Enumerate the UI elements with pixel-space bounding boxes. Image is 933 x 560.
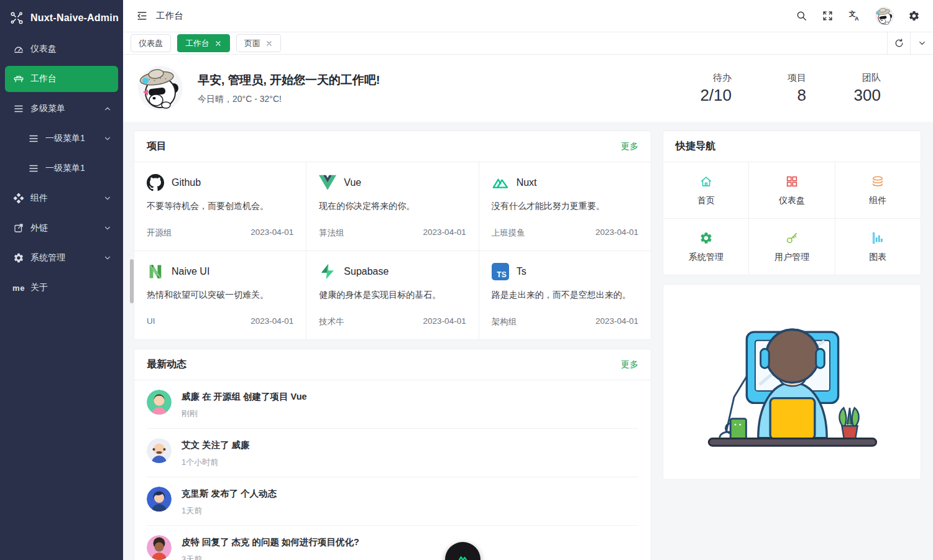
project-item-nuxt[interactable]: Nuxt 没有什么才能比努力更重要。 上班摸鱼 2023-04-01 bbox=[479, 162, 651, 250]
avatar bbox=[147, 535, 172, 560]
tab-workbench[interactable]: 工作台 bbox=[177, 34, 230, 52]
project-name: Supabase bbox=[344, 266, 388, 277]
quick-nav-home[interactable]: 首页 bbox=[663, 162, 748, 218]
sidebar-item-label: 关于 bbox=[30, 282, 112, 293]
activity-text: 威廉 在 开源组 创建了项目 Vue bbox=[182, 391, 307, 403]
project-name: Github bbox=[172, 177, 201, 188]
grid-icon bbox=[785, 175, 799, 188]
project-item-ts[interactable]: TS Ts 路是走出来的，而不是空想出来的。 架构组 2023-04-01 bbox=[479, 251, 651, 339]
chevron-down-icon bbox=[103, 134, 112, 143]
workspace-illustration bbox=[696, 306, 888, 458]
quick-nav-charts[interactable]: 图表 bbox=[835, 219, 921, 275]
quick-nav-title: 快捷导航 bbox=[676, 140, 715, 153]
project-date: 2023-04-01 bbox=[250, 227, 293, 239]
scrollbar-thumb[interactable] bbox=[130, 259, 134, 303]
translate-icon[interactable]: 文 A bbox=[848, 9, 861, 22]
sidebar-item-label: 一级菜单1 bbox=[45, 163, 112, 174]
activity-text: 艾文 关注了 威廉 bbox=[182, 439, 250, 451]
sidebar-item-external-link[interactable]: 外链 bbox=[5, 215, 118, 241]
app-title: Nuxt-Naive-Admin bbox=[30, 12, 119, 24]
sidebar-item-workbench[interactable]: 工作台 bbox=[5, 66, 118, 92]
logo-icon bbox=[9, 11, 24, 25]
sidebar-item-system[interactable]: 系统管理 bbox=[5, 245, 118, 271]
chevron-up-icon bbox=[103, 104, 112, 113]
project-group: 架构组 bbox=[492, 316, 517, 328]
nuxt-icon bbox=[492, 174, 509, 191]
close-icon[interactable] bbox=[265, 40, 273, 47]
project-name: Ts bbox=[517, 266, 526, 277]
typescript-icon: TS bbox=[492, 263, 509, 280]
greeting-stats: 待办 2/10 项目 8 团队 300 bbox=[696, 72, 918, 105]
settings-gear-icon[interactable] bbox=[908, 10, 920, 22]
activity-item[interactable]: 克里斯 发布了 个人动态 1天前 bbox=[147, 477, 638, 526]
project-desc: 没有什么才能比努力更重要。 bbox=[492, 201, 638, 212]
avatar bbox=[147, 390, 172, 415]
sidebar-item-label: 外链 bbox=[30, 223, 103, 234]
activity-item[interactable]: 皮特 回复了 杰克 的问题 如何进行项目优化? 3天前 bbox=[147, 526, 638, 560]
sidebar-menu: 仪表盘 工作台 多级菜单 一级菜单1 bbox=[0, 36, 123, 301]
sidebar-item-multimenu[interactable]: 多级菜单 bbox=[5, 96, 118, 122]
tab-dashboard[interactable]: 仪表盘 bbox=[131, 34, 171, 52]
gear-icon bbox=[12, 252, 25, 264]
project-date: 2023-04-01 bbox=[423, 316, 466, 328]
sidebar-item-submenu-1[interactable]: 一级菜单1 bbox=[5, 126, 118, 152]
activity-item[interactable]: 艾文 关注了 威廉 1个小时前 bbox=[147, 429, 638, 477]
supabase-icon bbox=[319, 263, 336, 280]
sidebar-item-submenu-2[interactable]: 一级菜单1 bbox=[5, 155, 118, 181]
projects-title: 项目 bbox=[147, 140, 167, 153]
chevron-down-icon bbox=[103, 224, 112, 232]
activity-title: 最新动态 bbox=[147, 358, 186, 371]
quick-nav-system[interactable]: 系统管理 bbox=[663, 219, 748, 275]
tab-label: 工作台 bbox=[185, 38, 209, 49]
project-group: 算法组 bbox=[319, 227, 344, 239]
nuxt-icon bbox=[455, 552, 471, 560]
project-desc: 现在的你决定将来的你。 bbox=[319, 201, 466, 212]
sidebar-item-label: 一级菜单1 bbox=[45, 133, 103, 144]
layers-icon bbox=[871, 175, 885, 188]
close-icon[interactable] bbox=[214, 40, 222, 47]
search-icon[interactable] bbox=[796, 10, 807, 22]
user-avatar[interactable] bbox=[875, 7, 894, 25]
projects-card: 项目 更多 Github 不要等待机会，而要创造机会 bbox=[134, 131, 651, 340]
menu-lines-icon bbox=[27, 132, 40, 145]
activity-item[interactable]: 威廉 在 开源组 创建了项目 Vue 刚刚 bbox=[147, 380, 638, 429]
sidebar: Nuxt-Naive-Admin 仪表盘 工作台 bbox=[0, 0, 123, 560]
refresh-icon[interactable] bbox=[887, 32, 910, 54]
greeting-title: 早安, 管理员, 开始您一天的工作吧! bbox=[198, 72, 380, 88]
breadcrumb[interactable]: 工作台 bbox=[156, 10, 183, 22]
projects-more-link[interactable]: 更多 bbox=[621, 141, 638, 152]
chevron-down-icon[interactable] bbox=[910, 32, 933, 54]
quick-nav-dashboard[interactable]: 仪表盘 bbox=[749, 162, 834, 218]
project-item-supabase[interactable]: Supabase 健康的身体是实现目标的基石。 技术牛 2023-04-01 bbox=[306, 251, 478, 339]
activity-time: 1天前 bbox=[182, 505, 277, 516]
activity-more-link[interactable]: 更多 bbox=[621, 359, 638, 370]
sidebar-item-about[interactable]: me 关于 bbox=[5, 275, 118, 301]
project-item-vue[interactable]: Vue 现在的你决定将来的你。 算法组 2023-04-01 bbox=[306, 162, 478, 250]
sidebar-item-components[interactable]: 组件 bbox=[5, 185, 118, 211]
quick-nav-users[interactable]: 用户管理 bbox=[749, 219, 834, 275]
home-icon bbox=[699, 175, 713, 188]
key-icon bbox=[785, 231, 799, 245]
project-item-github[interactable]: Github 不要等待机会，而要创造机会。 开源组 2023-04-01 bbox=[134, 162, 306, 250]
gauge-icon bbox=[12, 43, 25, 55]
project-date: 2023-04-01 bbox=[250, 316, 293, 326]
activity-text: 克里斯 发布了 个人动态 bbox=[182, 488, 277, 500]
project-group: 技术牛 bbox=[319, 316, 344, 328]
menu-fold-icon[interactable] bbox=[136, 10, 148, 22]
activity-time: 1个小时前 bbox=[182, 457, 250, 468]
stat-todo: 待办 2/10 bbox=[696, 72, 732, 105]
project-date: 2023-04-01 bbox=[423, 227, 466, 239]
me-icon: me bbox=[12, 282, 25, 294]
project-desc: 健康的身体是实现目标的基石。 bbox=[319, 290, 466, 301]
sidebar-item-dashboard[interactable]: 仪表盘 bbox=[5, 36, 118, 62]
fullscreen-icon[interactable] bbox=[822, 10, 834, 22]
naive-ui-icon bbox=[147, 263, 164, 280]
app-logo[interactable]: Nuxt-Naive-Admin bbox=[0, 0, 123, 36]
tab-page[interactable]: 页面 bbox=[236, 34, 281, 52]
quick-nav-card: 快捷导航 首页 bbox=[663, 131, 921, 275]
project-desc: 热情和欲望可以突破一切难关。 bbox=[147, 290, 293, 301]
sidebar-item-label: 多级菜单 bbox=[30, 103, 103, 114]
workbench-icon bbox=[12, 73, 25, 85]
quick-nav-components[interactable]: 组件 bbox=[835, 162, 921, 218]
project-item-naive-ui[interactable]: Naive UI 热情和欲望可以突破一切难关。 UI 2023-04-01 bbox=[134, 251, 306, 339]
